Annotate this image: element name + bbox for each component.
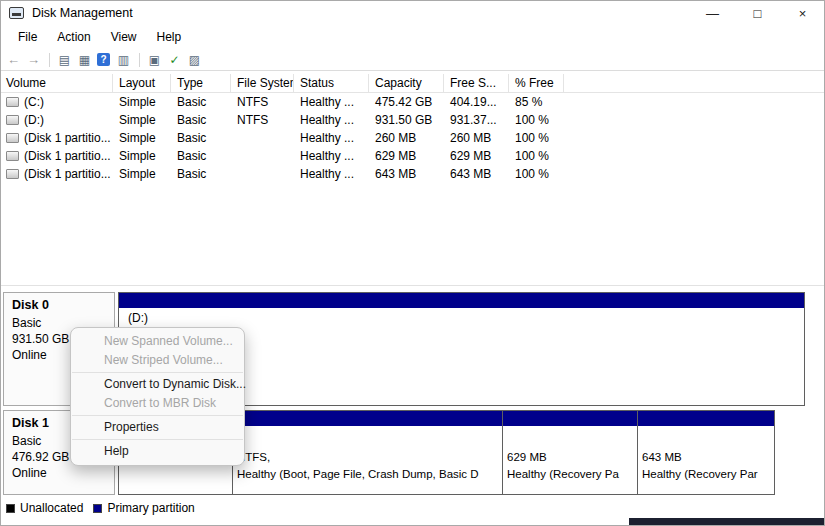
disk-management-app-icon [9,7,24,19]
volume-type: Basic [171,131,231,145]
window-title: Disk Management [32,6,133,20]
menu-item-convert-to-mbr-disk: Convert to MBR Disk [71,394,244,413]
toolbar-separator [49,53,50,67]
volume-free-space: 931.37... [444,113,509,127]
disk1-partition-recovery1[interactable]: 629 MB Healthy (Recovery Pa [503,410,638,495]
toolbar: ← → ▤ ▦ ? ▥ ▣ ✓ ▨ [0,49,825,71]
menu-view[interactable]: View [101,27,147,48]
volume-status: Healthy ... [294,95,369,109]
volume-capacity: 475.42 GB [369,95,444,109]
window-controls: — □ × [690,0,825,26]
primary-partition-swatch-icon [93,504,102,513]
volume-status: Healthy ... [294,167,369,181]
menu-action[interactable]: Action [47,27,100,48]
volume-table: (C:) Simple Basic NTFS Healthy ... 475.4… [0,93,825,183]
volume-free-space: 260 MB [444,131,509,145]
volume-free-space: 629 MB [444,149,509,163]
column-header-status[interactable]: Status [294,74,369,92]
column-header-capacity[interactable]: Capacity [369,74,444,92]
legend-unallocated-label: Unallocated [20,501,83,515]
volume-row[interactable]: (Disk 1 partitio... Simple Basic Healthy… [0,147,825,165]
partition-status-label: Healthy (Recovery Par [642,466,774,483]
volume-name: (Disk 1 partitio... [24,149,111,163]
partition-status-label: Healthy (Recovery Pa [507,466,637,483]
volume-layout: Simple [113,113,171,127]
volume-type: Basic [171,113,231,127]
volume-row[interactable]: (Disk 1 partitio... Simple Basic Healthy… [0,129,825,147]
disk-list-icon[interactable]: ▣ [145,51,164,68]
minimize-button[interactable]: — [690,0,735,26]
pane-splitter[interactable] [0,285,825,286]
properties-icon[interactable]: ▦ [75,51,94,68]
volume-pct-free: 100 % [509,131,564,145]
column-header-pct-free[interactable]: % Free [509,74,564,92]
export-list-icon[interactable]: ▥ [114,51,133,68]
volume-file-system: NTFS [231,95,294,109]
partition-header-bar [233,411,502,426]
volume-capacity: 260 MB [369,131,444,145]
partition-header-bar [119,293,804,308]
volume-status: Healthy ... [294,113,369,127]
disk0-name: Disk 0 [12,298,114,312]
volume-row[interactable]: (C:) Simple Basic NTFS Healthy ... 475.4… [0,93,825,111]
menu-separator [72,439,243,440]
taskbar-fragment[interactable] [629,518,825,526]
column-header-free-space[interactable]: Free S... [444,74,509,92]
partition-size-label: 643 MB [642,449,774,466]
volume-file-system: NTFS [231,113,294,127]
volume-name: (D:) [24,113,44,127]
volume-row[interactable]: (D:) Simple Basic NTFS Healthy ... 931.5… [0,111,825,129]
column-header-file-system[interactable]: File System [231,74,294,92]
volume-capacity: 643 MB [369,167,444,181]
menu-item-properties[interactable]: Properties [71,418,244,437]
menu-file[interactable]: File [8,27,47,48]
volume-pct-free: 85 % [509,95,564,109]
volume-capacity: 931.50 GB [369,113,444,127]
volume-icon [6,151,19,161]
partition-header-bar [638,411,774,426]
menu-help[interactable]: Help [147,27,192,48]
volume-layout: Simple [113,149,171,163]
volume-pct-free: 100 % [509,167,564,181]
help-icon[interactable]: ? [97,53,110,66]
volume-type: Basic [171,149,231,163]
volume-name: (C:) [24,95,44,109]
close-button[interactable]: × [780,0,825,26]
partition-size-label: NTFS, [237,449,502,466]
disk0-partition-label: (D:) [119,308,804,325]
volume-icon [6,97,19,107]
graphical-view-icon[interactable]: ▨ [185,51,204,68]
volume-free-space: 404.19... [444,95,509,109]
back-icon[interactable]: ← [4,51,23,68]
toolbar-separator [139,53,140,67]
menu-separator [72,372,243,373]
volume-status: Healthy ... [294,149,369,163]
column-header-type[interactable]: Type [171,74,231,92]
volume-layout: Simple [113,131,171,145]
context-menu: New Spanned Volume... New Striped Volume… [70,327,245,466]
column-header-filler [564,74,825,92]
forward-icon[interactable]: → [24,51,43,68]
volume-table-header: Volume Layout Type File System Status Ca… [0,74,825,93]
volume-layout: Simple [113,167,171,181]
legend: Unallocated Primary partition [0,498,195,518]
column-header-volume[interactable]: Volume [0,74,113,92]
refresh-check-icon[interactable]: ✓ [165,51,184,68]
volume-type: Basic [171,167,231,181]
maximize-button[interactable]: □ [735,0,780,26]
disk1-status: Online [12,465,114,481]
volume-icon [6,115,19,125]
column-header-layout[interactable]: Layout [113,74,171,92]
volume-capacity: 629 MB [369,149,444,163]
disk1-partition-recovery2[interactable]: 643 MB Healthy (Recovery Par [638,410,775,495]
console-tree-icon[interactable]: ▤ [55,51,74,68]
disk1-partition-boot[interactable]: NTFS, Healthy (Boot, Page File, Crash Du… [233,410,503,495]
volume-layout: Simple [113,95,171,109]
menu-item-help[interactable]: Help [71,442,244,461]
partition-header-bar [503,411,637,426]
volume-status: Healthy ... [294,131,369,145]
volume-row[interactable]: (Disk 1 partitio... Simple Basic Healthy… [0,165,825,183]
volume-icon [6,169,19,179]
volume-pct-free: 100 % [509,113,564,127]
menu-item-convert-to-dynamic-disk[interactable]: Convert to Dynamic Disk... [71,375,244,394]
